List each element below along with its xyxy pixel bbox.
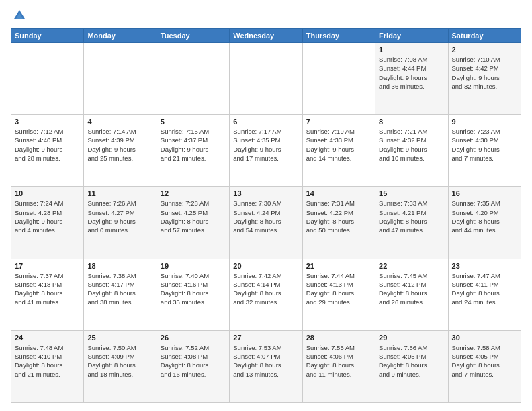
day-detail: Sunrise: 7:38 AMSunset: 4:17 PMDaylight:… [87,271,152,307]
logo-icon [12,8,27,23]
header [11,8,521,23]
day-cell: 19Sunrise: 7:40 AMSunset: 4:16 PMDayligh… [157,259,229,330]
day-cell: 26Sunrise: 7:52 AMSunset: 4:08 PMDayligh… [157,330,229,402]
day-cell: 21Sunrise: 7:44 AMSunset: 4:13 PMDayligh… [302,259,375,330]
day-cell: 1Sunrise: 7:08 AMSunset: 4:44 PMDaylight… [375,43,448,115]
week-row-4: 17Sunrise: 7:37 AMSunset: 4:18 PMDayligh… [11,259,521,330]
day-number: 2 [452,46,517,54]
day-detail: Sunrise: 7:35 AMSunset: 4:20 PMDaylight:… [452,199,517,234]
day-number: 21 [306,262,371,270]
day-number: 14 [306,189,371,197]
day-cell: 4Sunrise: 7:14 AMSunset: 4:39 PMDaylight… [84,115,157,187]
day-number: 27 [233,334,298,342]
day-detail: Sunrise: 7:48 AMSunset: 4:10 PMDaylight:… [15,343,80,379]
day-cell: 3Sunrise: 7:12 AMSunset: 4:40 PMDaylight… [11,115,84,187]
day-cell [302,43,375,115]
weekday-header-saturday: Saturday [448,29,521,43]
day-detail: Sunrise: 7:23 AMSunset: 4:30 PMDaylight:… [452,127,517,163]
day-number: 16 [452,189,517,197]
weekday-header-monday: Monday [84,29,157,43]
day-number: 17 [15,262,80,270]
day-cell: 29Sunrise: 7:56 AMSunset: 4:05 PMDayligh… [375,330,448,402]
day-cell [11,43,84,115]
day-detail: Sunrise: 7:55 AMSunset: 4:06 PMDaylight:… [306,343,371,379]
day-number: 5 [161,118,226,126]
day-cell: 11Sunrise: 7:26 AMSunset: 4:27 PMDayligh… [84,187,157,259]
day-cell: 16Sunrise: 7:35 AMSunset: 4:20 PMDayligh… [448,187,521,259]
day-cell: 24Sunrise: 7:48 AMSunset: 4:10 PMDayligh… [11,330,84,402]
weekday-header-tuesday: Tuesday [157,29,229,43]
day-detail: Sunrise: 7:08 AMSunset: 4:44 PMDaylight:… [379,55,444,91]
day-number: 8 [379,118,444,126]
weekday-header-sunday: Sunday [11,29,84,43]
day-number: 23 [452,262,517,270]
day-detail: Sunrise: 7:31 AMSunset: 4:22 PMDaylight:… [306,199,371,234]
day-number: 1 [379,46,444,54]
day-cell: 12Sunrise: 7:28 AMSunset: 4:25 PMDayligh… [157,187,229,259]
day-cell: 8Sunrise: 7:21 AMSunset: 4:32 PMDaylight… [375,115,448,187]
day-detail: Sunrise: 7:15 AMSunset: 4:37 PMDaylight:… [161,127,226,163]
day-detail: Sunrise: 7:44 AMSunset: 4:13 PMDaylight:… [306,271,371,307]
day-cell: 20Sunrise: 7:42 AMSunset: 4:14 PMDayligh… [230,259,302,330]
day-detail: Sunrise: 7:50 AMSunset: 4:09 PMDaylight:… [87,343,152,379]
day-number: 20 [233,262,298,270]
day-detail: Sunrise: 7:45 AMSunset: 4:12 PMDaylight:… [379,271,444,307]
day-cell: 25Sunrise: 7:50 AMSunset: 4:09 PMDayligh… [84,330,157,402]
calendar-table: SundayMondayTuesdayWednesdayThursdayFrid… [11,28,521,403]
day-cell: 5Sunrise: 7:15 AMSunset: 4:37 PMDaylight… [157,115,229,187]
day-number: 11 [87,189,152,197]
day-number: 9 [452,118,517,126]
day-number: 7 [306,118,371,126]
day-cell: 22Sunrise: 7:45 AMSunset: 4:12 PMDayligh… [375,259,448,330]
day-number: 15 [379,189,444,197]
day-detail: Sunrise: 7:14 AMSunset: 4:39 PMDaylight:… [87,127,152,163]
day-cell [230,43,302,115]
week-row-5: 24Sunrise: 7:48 AMSunset: 4:10 PMDayligh… [11,330,521,402]
day-cell: 2Sunrise: 7:10 AMSunset: 4:42 PMDaylight… [448,43,521,115]
day-number: 13 [233,189,298,197]
day-number: 28 [306,334,371,342]
day-detail: Sunrise: 7:40 AMSunset: 4:16 PMDaylight:… [161,271,226,307]
logo [11,8,28,23]
day-detail: Sunrise: 7:21 AMSunset: 4:32 PMDaylight:… [379,127,444,163]
day-detail: Sunrise: 7:26 AMSunset: 4:27 PMDaylight:… [87,199,152,234]
day-cell: 15Sunrise: 7:33 AMSunset: 4:21 PMDayligh… [375,187,448,259]
day-cell: 27Sunrise: 7:53 AMSunset: 4:07 PMDayligh… [230,330,302,402]
weekday-header-row: SundayMondayTuesdayWednesdayThursdayFrid… [11,29,521,43]
day-detail: Sunrise: 7:33 AMSunset: 4:21 PMDaylight:… [379,199,444,234]
calendar-header: SundayMondayTuesdayWednesdayThursdayFrid… [11,29,521,43]
day-cell: 28Sunrise: 7:55 AMSunset: 4:06 PMDayligh… [302,330,375,402]
day-cell [157,43,229,115]
day-cell: 30Sunrise: 7:58 AMSunset: 4:05 PMDayligh… [448,330,521,402]
day-detail: Sunrise: 7:52 AMSunset: 4:08 PMDaylight:… [161,343,226,379]
day-detail: Sunrise: 7:30 AMSunset: 4:24 PMDaylight:… [233,199,298,234]
week-row-1: 1Sunrise: 7:08 AMSunset: 4:44 PMDaylight… [11,43,521,115]
day-cell: 10Sunrise: 7:24 AMSunset: 4:28 PMDayligh… [11,187,84,259]
day-number: 29 [379,334,444,342]
day-detail: Sunrise: 7:12 AMSunset: 4:40 PMDaylight:… [15,127,80,163]
day-number: 22 [379,262,444,270]
day-cell: 14Sunrise: 7:31 AMSunset: 4:22 PMDayligh… [302,187,375,259]
day-detail: Sunrise: 7:53 AMSunset: 4:07 PMDaylight:… [233,343,298,379]
day-detail: Sunrise: 7:37 AMSunset: 4:18 PMDaylight:… [15,271,80,307]
day-number: 18 [87,262,152,270]
day-number: 6 [233,118,298,126]
day-detail: Sunrise: 7:56 AMSunset: 4:05 PMDaylight:… [379,343,444,379]
calendar-body: 1Sunrise: 7:08 AMSunset: 4:44 PMDaylight… [11,43,521,403]
day-number: 3 [15,118,80,126]
day-detail: Sunrise: 7:42 AMSunset: 4:14 PMDaylight:… [233,271,298,307]
day-number: 10 [15,189,80,197]
week-row-2: 3Sunrise: 7:12 AMSunset: 4:40 PMDaylight… [11,115,521,187]
weekday-header-thursday: Thursday [302,29,375,43]
weekday-header-friday: Friday [375,29,448,43]
day-detail: Sunrise: 7:19 AMSunset: 4:33 PMDaylight:… [306,127,371,163]
day-cell: 18Sunrise: 7:38 AMSunset: 4:17 PMDayligh… [84,259,157,330]
day-detail: Sunrise: 7:28 AMSunset: 4:25 PMDaylight:… [161,199,226,234]
day-number: 26 [161,334,226,342]
day-number: 24 [15,334,80,342]
weekday-header-wednesday: Wednesday [230,29,302,43]
day-number: 12 [161,189,226,197]
day-detail: Sunrise: 7:24 AMSunset: 4:28 PMDaylight:… [15,199,80,234]
day-cell: 9Sunrise: 7:23 AMSunset: 4:30 PMDaylight… [448,115,521,187]
day-detail: Sunrise: 7:47 AMSunset: 4:11 PMDaylight:… [452,271,517,307]
